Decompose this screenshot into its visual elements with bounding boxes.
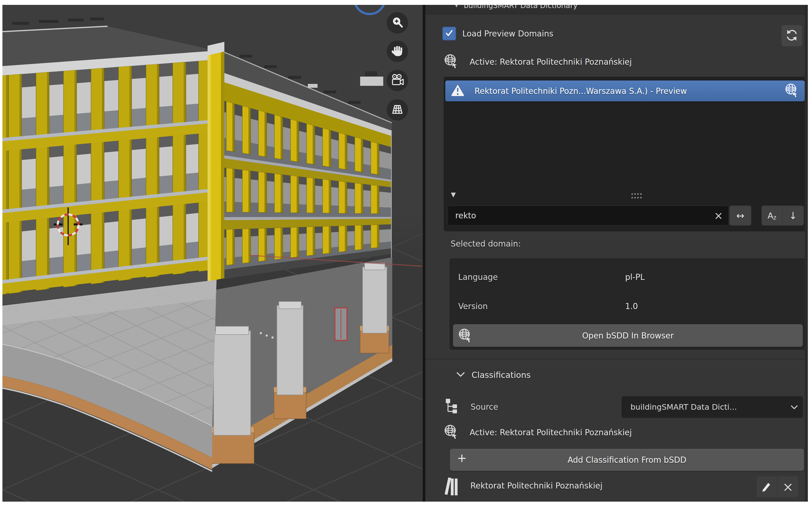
active-domain-label: Active: Rektorat Politechniki Poznańskie…	[470, 57, 632, 67]
refresh-icon	[785, 29, 798, 43]
source-dropdown-value: buildingSMART Data Dicti...	[631, 402, 737, 412]
close-icon: ×	[782, 479, 793, 495]
sort-reverse-button[interactable]: ↓	[782, 205, 804, 226]
section-separator	[425, 359, 808, 360]
viewport-3d-scene	[2, 5, 423, 502]
classification-item-name: Rektorat Politechniki Poznańskiej	[470, 481, 602, 490]
globe-cursor-icon	[443, 53, 459, 71]
3d-viewport[interactable]	[2, 5, 423, 502]
chevron-down-icon	[456, 371, 465, 378]
checkmark-icon	[445, 29, 454, 38]
warning-icon	[451, 82, 465, 99]
active-classification-row: Active: Rektorat Politechniki Poznańskie…	[443, 424, 632, 441]
chevron-down-icon	[790, 402, 798, 412]
active-classification-label: Active: Rektorat Politechniki Poznańskie…	[470, 428, 632, 437]
classifications-title: Classifications	[471, 370, 531, 380]
zoom-in-button[interactable]	[387, 12, 408, 33]
selected-domain-box: Language pl-PL Version 1.0 Open bSDD In …	[449, 258, 807, 350]
sort-reverse-icon: ↓	[789, 210, 797, 221]
panel-scrollbar[interactable]	[805, 5, 808, 502]
source-label: Source	[470, 402, 498, 412]
load-preview-label: Load Preview Domains	[462, 29, 553, 38]
camera-view-button[interactable]	[387, 70, 408, 91]
zoom-in-icon	[390, 16, 404, 30]
open-bsdd-button[interactable]: Open bSDD In Browser	[453, 324, 803, 347]
sort-alpha-icon: A	[768, 211, 773, 221]
domain-list-selected-row[interactable]: Rektorat Politechniki Pozn...Warszawa S.…	[445, 80, 805, 101]
orthographic-grid-icon	[390, 103, 404, 117]
selected-domain-heading: Selected domain:	[451, 239, 521, 249]
version-label: Version	[458, 302, 488, 311]
domain-item-label: Rektorat Politechniki Pozn...Warszawa S.…	[474, 86, 687, 96]
filter-collapse-icon[interactable]: ▼	[451, 191, 456, 198]
resize-grip-icon[interactable]	[631, 192, 643, 201]
sort-alphabetical-button[interactable]: A z	[761, 205, 783, 226]
domain-search-input[interactable]: rekto ×	[447, 205, 729, 226]
bsdd-panel: ▾ buildingSMART Data Dictionary Load Pre…	[425, 5, 808, 502]
remove-classification-button[interactable]: ×	[777, 476, 799, 498]
area-divider[interactable]	[423, 5, 425, 502]
globe-cursor-icon	[458, 328, 473, 345]
pan-hand-button[interactable]	[387, 40, 408, 62]
active-domain-row: Active: Rektorat Politechniki Poznańskie…	[443, 53, 632, 71]
orthographic-toggle-button[interactable]	[387, 99, 408, 120]
chevron-down-icon: ▾	[455, 5, 458, 9]
open-bsdd-label: Open bSDD In Browser	[582, 331, 674, 340]
add-classification-label: Add Classification From bSDD	[568, 455, 686, 465]
panel-title: buildingSMART Data Dictionary	[464, 5, 577, 10]
add-classification-button[interactable]: + Add Classification From bSDD	[450, 449, 804, 471]
source-dropdown[interactable]: buildingSMART Data Dicti...	[621, 396, 804, 418]
language-value: pl-PL	[625, 272, 645, 282]
load-preview-checkbox[interactable]	[442, 27, 456, 40]
plus-icon: +	[457, 451, 467, 465]
camera-view-icon	[390, 73, 404, 88]
invert-filter-button[interactable]: ↔	[729, 205, 751, 226]
clear-search-icon[interactable]: ×	[714, 209, 723, 222]
blender-window: ▾ buildingSMART Data Dictionary Load Pre…	[0, 0, 812, 506]
globe-cursor-icon	[784, 82, 799, 99]
panel-header-bsdd[interactable]: ▾ buildingSMART Data Dictionary	[425, 5, 808, 14]
invert-filter-icon: ↔	[736, 210, 745, 221]
refresh-domains-button[interactable]	[781, 25, 803, 47]
version-value: 1.0	[625, 302, 638, 311]
classifications-header[interactable]: Classifications	[456, 370, 531, 380]
pencil-icon	[760, 480, 773, 494]
globe-cursor-icon	[443, 424, 459, 441]
load-preview-row: Load Preview Domains	[442, 27, 553, 40]
outliner-hierarchy-icon	[444, 397, 459, 415]
books-classification-icon	[444, 475, 459, 498]
language-label: Language	[458, 272, 498, 282]
search-value: rekto	[455, 211, 476, 220]
pan-hand-icon	[390, 44, 404, 59]
edit-classification-button[interactable]	[756, 476, 778, 498]
domain-list[interactable]: Rektorat Politechniki Pozn...Warszawa S.…	[443, 76, 807, 232]
